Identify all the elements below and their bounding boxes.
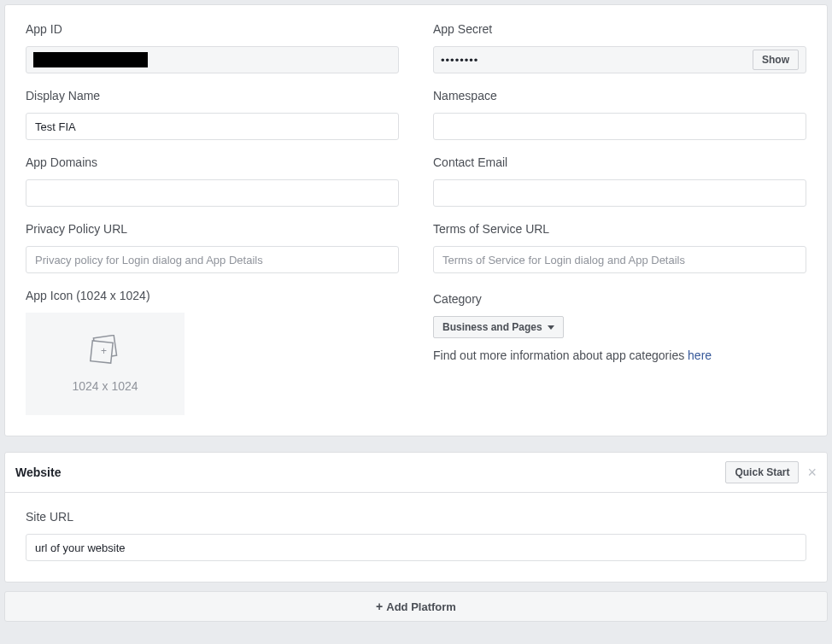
site-url-input[interactable]	[26, 534, 806, 561]
chevron-down-icon	[548, 325, 554, 330]
tos-url-input[interactable]	[433, 246, 806, 273]
image-upload-icon: +	[88, 335, 122, 366]
contact-email-input[interactable]	[433, 179, 806, 207]
app-id-redacted	[33, 52, 148, 67]
plus-icon: +	[376, 600, 383, 613]
category-help-link[interactable]: here	[688, 348, 712, 362]
app-secret-label: App Secret	[433, 22, 806, 36]
category-help-text: Find out more information about app cate…	[433, 348, 806, 362]
basic-settings-panel: App ID App Secret •••••••• Show Display …	[4, 4, 828, 436]
display-name-input[interactable]	[26, 113, 399, 140]
app-domains-label: App Domains	[26, 155, 399, 169]
app-id-label: App ID	[26, 22, 399, 36]
app-id-value	[26, 46, 399, 73]
app-icon-label: App Icon (1024 x 1024)	[26, 289, 399, 302]
privacy-url-label: Privacy Policy URL	[26, 222, 399, 236]
display-name-label: Display Name	[26, 89, 399, 102]
app-secret-box: •••••••• Show	[433, 46, 806, 73]
add-platform-label: Add Platform	[386, 600, 456, 613]
app-icon-upload[interactable]: + 1024 x 1024	[26, 313, 185, 415]
app-domains-input[interactable]	[26, 179, 399, 207]
close-icon[interactable]: ×	[807, 465, 817, 480]
contact-email-label: Contact Email	[433, 155, 806, 169]
add-platform-button[interactable]: + Add Platform	[4, 591, 828, 622]
svg-text:+: +	[101, 345, 107, 357]
quick-start-button[interactable]: Quick Start	[725, 461, 799, 483]
app-icon-hint: 1024 x 1024	[72, 379, 138, 393]
namespace-label: Namespace	[433, 89, 806, 102]
site-url-label: Site URL	[26, 510, 806, 524]
website-title: Website	[15, 465, 725, 479]
category-selected: Business and Pages	[442, 321, 542, 333]
website-panel: Website Quick Start × Site URL	[4, 452, 828, 583]
privacy-url-input[interactable]	[26, 246, 399, 273]
namespace-input[interactable]	[433, 113, 806, 140]
category-dropdown[interactable]: Business and Pages	[433, 316, 564, 338]
tos-url-label: Terms of Service URL	[433, 222, 806, 236]
app-secret-value: ••••••••	[441, 54, 753, 67]
show-secret-button[interactable]: Show	[753, 50, 799, 70]
category-label: Category	[433, 292, 806, 306]
